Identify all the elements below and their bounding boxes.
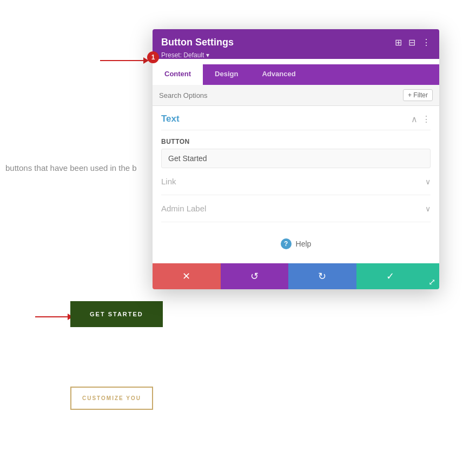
redo-button[interactable]: ↻ — [288, 263, 356, 289]
tab-advanced[interactable]: Advanced — [250, 64, 307, 85]
corner-resize-icon[interactable]: ⤢ — [424, 263, 439, 289]
text-section-title: Text — [161, 114, 180, 124]
panel-body: Text ∧ ⋮ Button Link ∨ Admin Label ∨ ? H… — [153, 106, 439, 263]
link-title: Link — [161, 177, 176, 186]
tab-bar: Content Design Advanced — [153, 64, 439, 85]
button-settings-panel: Button Settings ⊞ ⊟ ⋮ Preset: Default ▾ … — [153, 29, 439, 289]
bottom-bar: ✕ ↺ ↻ ✓ ⤢ — [153, 263, 439, 289]
more-icon[interactable]: ⋮ — [422, 37, 431, 48]
button-field-label: Button — [161, 138, 431, 145]
arrow-bottom — [35, 314, 73, 320]
get-started-button[interactable]: GET STARTED — [70, 301, 163, 327]
admin-label-title: Admin Label — [161, 204, 206, 213]
panel-title: Button Settings — [161, 37, 234, 48]
link-section[interactable]: Link ∨ — [161, 168, 431, 195]
tab-content[interactable]: Content — [153, 64, 203, 85]
section-controls: ∧ ⋮ — [411, 114, 431, 124]
link-chevron-icon: ∨ — [425, 177, 431, 186]
cancel-button[interactable]: ✕ — [153, 263, 221, 289]
tab-design[interactable]: Design — [203, 64, 250, 85]
section-more-icon[interactable]: ⋮ — [422, 114, 431, 124]
panel-icon-group: ⊞ ⊟ ⋮ — [395, 37, 431, 48]
search-bar: + Filter — [153, 85, 439, 106]
expand-icon[interactable]: ⊞ — [395, 37, 402, 48]
customize-button[interactable]: CUSTOMIZE YOU — [70, 387, 153, 410]
admin-label-chevron-icon: ∨ — [425, 204, 431, 213]
admin-label-section[interactable]: Admin Label ∨ — [161, 195, 431, 222]
panel-header: Button Settings ⊞ ⊟ ⋮ Preset: Default ▾ — [153, 29, 439, 59]
help-icon: ? — [281, 238, 292, 249]
button-text-input[interactable] — [161, 149, 431, 168]
save-button[interactable]: ✓ — [356, 263, 425, 289]
arrow-top — [100, 57, 149, 64]
reset-button[interactable]: ↺ — [221, 263, 289, 289]
columns-icon[interactable]: ⊟ — [408, 37, 415, 48]
filter-button[interactable]: + Filter — [403, 89, 433, 101]
bg-page-text: buttons that have been used in the b — [5, 163, 137, 172]
help-section[interactable]: ? Help — [161, 222, 431, 255]
panel-preset[interactable]: Preset: Default ▾ — [161, 51, 431, 59]
step-1-circle: 1 — [147, 51, 159, 63]
collapse-icon[interactable]: ∧ — [411, 114, 418, 124]
search-input[interactable] — [159, 91, 403, 99]
help-label: Help — [296, 240, 312, 248]
text-section-header: Text ∧ ⋮ — [161, 106, 431, 130]
